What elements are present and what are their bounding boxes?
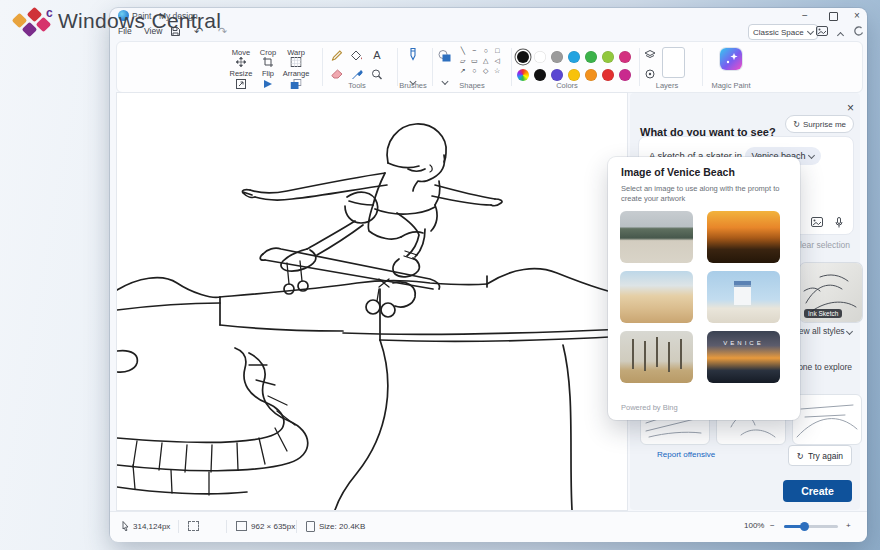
chevron-down-icon xyxy=(807,27,814,34)
layer-thumbnail[interactable] xyxy=(662,47,685,78)
refresh-icon: ↻ xyxy=(793,120,800,129)
color-swatch[interactable] xyxy=(619,69,631,81)
shapes-grid: ╲~○□▱▭△◁↗○◇☆ xyxy=(457,46,503,76)
color-swatch[interactable] xyxy=(619,51,631,63)
style-card-ink-sketch[interactable]: Ink Sketch xyxy=(800,263,862,322)
eyedropper-icon[interactable] xyxy=(352,69,363,80)
color-swatch[interactable] xyxy=(602,51,614,63)
magic-paint-icon[interactable] xyxy=(720,48,742,70)
eraser-icon[interactable] xyxy=(331,69,343,79)
zoom-slider[interactable] xyxy=(784,525,838,528)
arrange-label[interactable]: Arrange xyxy=(283,69,310,78)
image-option-grid: VENICE xyxy=(620,211,788,383)
refresh-icon: ↻ xyxy=(797,451,804,461)
shape-option[interactable]: ╲ xyxy=(457,46,469,56)
color-swatch[interactable] xyxy=(585,51,597,63)
arrange-icon[interactable] xyxy=(291,79,302,89)
venice-palms-boardwalk-day[interactable] xyxy=(620,211,693,263)
venice-skatepark-sunset[interactable] xyxy=(707,211,780,263)
move-icon[interactable] xyxy=(236,57,246,67)
clear-selection-link[interactable]: Clear selection xyxy=(794,240,850,250)
shape-option[interactable]: ▭ xyxy=(469,56,481,66)
windows-central-wordmark: Windows Central xyxy=(58,9,221,33)
cursor-position: 314,124px xyxy=(122,521,170,531)
text-tool-icon[interactable]: A xyxy=(373,49,380,61)
magnifier-icon[interactable] xyxy=(372,69,383,80)
menu-bar: File View ↶ ↷ Classic Space xyxy=(110,23,867,40)
try-again-button[interactable]: ↻ Try again xyxy=(788,445,852,466)
venice-lifeguard-tower[interactable] xyxy=(707,271,780,323)
surprise-me-button[interactable]: ↻ Surprise me xyxy=(785,115,854,133)
view-all-styles-link[interactable]: View all styles xyxy=(791,326,852,336)
color-swatch[interactable] xyxy=(534,51,546,63)
venice-promenade-bikes[interactable] xyxy=(620,271,693,323)
layers-target-icon[interactable] xyxy=(645,69,655,79)
style-dropdown[interactable]: Classic Space xyxy=(748,24,818,40)
warp-icon[interactable] xyxy=(291,57,302,67)
color-swatch[interactable] xyxy=(534,69,546,81)
copilot-icon[interactable] xyxy=(853,26,864,37)
venice-sign-dusk[interactable]: VENICE xyxy=(707,331,780,383)
chevron-down-icon xyxy=(846,328,853,335)
result-thumbnail[interactable] xyxy=(792,394,862,445)
flip-icon[interactable] xyxy=(263,79,273,89)
move-label[interactable]: Move xyxy=(232,48,250,57)
color-swatch[interactable] xyxy=(585,69,597,81)
color-swatch[interactable] xyxy=(602,69,614,81)
zoom-out-button[interactable]: − xyxy=(770,521,775,530)
panel-close-icon[interactable]: × xyxy=(847,102,854,114)
close-button[interactable]: × xyxy=(846,9,868,23)
chevron-down-icon xyxy=(808,151,815,158)
shapes-combo-icon[interactable] xyxy=(438,50,452,62)
zoom-slider-thumb[interactable] xyxy=(800,522,809,531)
style-dropdown-value: Classic Space xyxy=(753,28,804,37)
shape-option[interactable]: ○ xyxy=(469,66,481,76)
create-button[interactable]: Create xyxy=(783,480,852,502)
color-swatch[interactable] xyxy=(568,51,580,63)
insert-image-icon[interactable] xyxy=(811,217,823,228)
brushes-group-label: Brushes xyxy=(399,81,427,90)
zoom-level: 100% xyxy=(744,521,764,530)
crop-label[interactable]: Crop xyxy=(260,48,276,57)
venice-palm-trees-beach[interactable] xyxy=(620,331,693,383)
color-swatch[interactable] xyxy=(551,51,563,63)
layers-stack-icon[interactable] xyxy=(645,50,656,60)
microphone-icon[interactable] xyxy=(835,217,843,228)
selection-size xyxy=(188,521,199,531)
shape-option[interactable]: ▱ xyxy=(457,56,469,66)
venice-image-picker-popup: Image of Venice Beach Select an image to… xyxy=(608,157,800,420)
shape-option[interactable]: □ xyxy=(492,46,504,56)
cursor-icon xyxy=(122,521,129,531)
crop-icon[interactable] xyxy=(263,57,273,67)
palette-row-1 xyxy=(517,51,631,63)
warp-label[interactable]: Warp xyxy=(287,48,305,57)
shapes-chevron-icon[interactable] xyxy=(443,70,448,88)
shape-option[interactable]: ◁ xyxy=(492,56,504,66)
color-swatch[interactable] xyxy=(517,51,529,63)
flip-label[interactable]: Flip xyxy=(262,69,274,78)
color-swatch[interactable] xyxy=(551,69,563,81)
brush-icon[interactable] xyxy=(408,48,418,64)
color-swatch[interactable] xyxy=(568,69,580,81)
layers-group-label: Layers xyxy=(656,81,679,90)
edit-colors-button[interactable] xyxy=(517,69,529,81)
image-creator-icon[interactable] xyxy=(816,26,828,36)
shape-option[interactable]: ↗ xyxy=(457,66,469,76)
shape-option[interactable]: ☆ xyxy=(492,66,504,76)
shapes-group-label: Shapes xyxy=(459,81,484,90)
minimize-button[interactable]: − xyxy=(794,9,816,23)
shape-option[interactable]: △ xyxy=(480,56,492,66)
maximize-button[interactable] xyxy=(822,9,844,23)
fill-bucket-icon[interactable] xyxy=(351,50,363,61)
resize-icon[interactable] xyxy=(236,79,246,89)
title-bar[interactable]: Paint - My design − × xyxy=(110,8,867,23)
drawing-canvas[interactable] xyxy=(117,93,627,510)
shape-option[interactable]: ~ xyxy=(469,46,481,56)
zoom-in-button[interactable]: + xyxy=(846,521,851,530)
resize-label[interactable]: Resize xyxy=(230,69,253,78)
shape-option[interactable]: ◇ xyxy=(480,66,492,76)
pencil-icon[interactable] xyxy=(332,50,343,61)
report-offensive-link[interactable]: Report offensive xyxy=(657,450,715,459)
collapse-ribbon-icon[interactable] xyxy=(838,28,843,40)
shape-option[interactable]: ○ xyxy=(480,46,492,56)
